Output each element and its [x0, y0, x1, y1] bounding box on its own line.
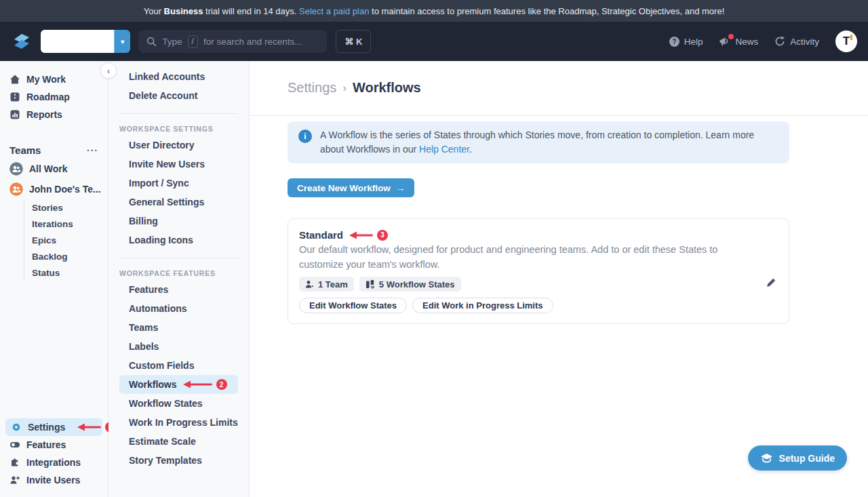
news-label: News	[735, 37, 758, 47]
settings-item-linked-accounts[interactable]: Linked Accounts	[108, 67, 249, 86]
sidebar-item-all-work[interactable]: All Work	[0, 159, 108, 179]
edit-workflow-states-button[interactable]: Edit Workflow States	[299, 298, 407, 313]
settings-item-import-sync[interactable]: Import / Sync	[108, 174, 249, 193]
select-paid-plan-link[interactable]: Select a paid plan	[299, 6, 369, 16]
workflow-description: Our default workflow, designed for produ…	[299, 243, 747, 272]
settings-item-general-settings[interactable]: General Settings	[108, 193, 249, 212]
annotation-number-badge: 2	[216, 379, 227, 390]
divider	[250, 115, 868, 116]
setup-guide-button[interactable]: Setup Guide	[748, 445, 847, 471]
workflow-name[interactable]: Standard	[299, 229, 343, 241]
activity-icon	[774, 36, 785, 47]
sidebar-item-reports[interactable]: Reports	[0, 106, 108, 123]
sidebar-item-features[interactable]: Features	[0, 436, 108, 454]
settings-item-teams[interactable]: Teams	[108, 318, 249, 337]
app-window: Your Business trial will end in 14 days.…	[0, 0, 868, 497]
settings-item-labels[interactable]: Labels	[108, 337, 249, 356]
help-center-link[interactable]: Help Center	[419, 144, 469, 155]
workflow-card-standard: Standard 3 Our default workflow, designe…	[288, 218, 789, 324]
settings-item-estimate-scale[interactable]: Estimate Scale	[108, 432, 249, 451]
workflow-columns-icon	[366, 279, 375, 289]
search-placeholder: for search and recents...	[203, 37, 302, 47]
sidebar-bottom-group: Settings 1 Features	[0, 418, 108, 489]
teams-more-button[interactable]: ···	[87, 145, 98, 156]
edit-wip-limits-button[interactable]: Edit Work in Progress Limits	[412, 298, 553, 313]
sidebar-item-integrations[interactable]: Integrations	[0, 454, 108, 471]
home-icon	[9, 74, 20, 85]
divider	[119, 113, 238, 114]
settings-sidebar: Linked Accounts Delete Account WORKSPACE…	[108, 61, 250, 497]
breadcrumb-settings[interactable]: Settings	[288, 80, 336, 96]
settings-item-user-directory[interactable]: User Directory	[108, 136, 249, 155]
workspace-features-heading: WORKSPACE FEATURES	[108, 266, 249, 280]
news-notification-dot	[728, 34, 734, 39]
slash-key-hint: /	[188, 35, 198, 48]
edit-pencil-icon[interactable]	[766, 277, 776, 288]
sidebar-item-team-john-doe[interactable]: John Doe's Te...	[0, 179, 108, 199]
sidebar-item-stories[interactable]: Stories	[24, 199, 108, 216]
info-text: A Workflow is the series of States throu…	[320, 128, 778, 157]
settings-item-automations[interactable]: Automations	[108, 299, 249, 318]
sidebar-item-roadmap[interactable]: Roadmap	[0, 88, 108, 106]
red-arrow-icon	[349, 231, 374, 240]
workflow-card-actions: Edit Workflow States Edit Work in Progre…	[299, 298, 778, 313]
settings-item-features[interactable]: Features	[108, 280, 249, 299]
main-content: Settings › Workflows i A Workflow is the…	[250, 61, 868, 497]
search-icon	[146, 37, 157, 47]
workflow-states-badge: 5 Workflow States	[359, 277, 461, 292]
banner-text: Your	[144, 6, 164, 16]
team-count-badge: 1 Team	[299, 277, 354, 292]
sidebar-collapse-button[interactable]: ‹	[100, 62, 117, 79]
sidebar-item-backlog[interactable]: Backlog	[24, 248, 108, 264]
sidebar-item-invite-users[interactable]: Invite Users	[0, 471, 108, 489]
sidebar-item-status[interactable]: Status	[24, 264, 108, 281]
settings-item-delete-account[interactable]: Delete Account	[108, 86, 249, 105]
sidebar-item-epics[interactable]: Epics	[24, 232, 108, 248]
search-hint-type: Type	[162, 37, 182, 47]
help-label: Help	[684, 37, 703, 47]
all-work-team-icon	[9, 162, 23, 176]
search-input[interactable]: Type / for search and recents...	[138, 30, 327, 53]
activity-button[interactable]: Activity	[774, 36, 819, 47]
teams-section-header: Teams ···	[0, 142, 108, 159]
create-story-caret[interactable]: ▾	[114, 30, 130, 53]
sidebar-item-settings[interactable]: Settings 1	[5, 418, 102, 436]
red-arrow-icon	[183, 380, 213, 389]
person-plus-icon	[9, 475, 20, 485]
workflow-info-banner: i A Workflow is the series of States thr…	[288, 121, 789, 163]
red-arrow-icon	[77, 422, 102, 432]
arrow-right-icon: →	[396, 183, 406, 193]
settings-item-billing[interactable]: Billing	[108, 212, 249, 231]
create-story-label[interactable]: Create Story	[41, 30, 114, 53]
shortcut-logo-icon[interactable]	[11, 31, 33, 52]
sidebar-item-my-work[interactable]: My Work	[0, 71, 108, 88]
help-button[interactable]: ? Help	[669, 37, 703, 47]
settings-item-loading-icons[interactable]: Loading Icons	[108, 231, 249, 250]
settings-item-workflow-states[interactable]: Workflow States	[108, 394, 249, 413]
puzzle-icon	[9, 457, 20, 468]
road-icon	[9, 92, 20, 102]
settings-item-workflows-active[interactable]: Workflows 2	[119, 375, 238, 394]
settings-item-story-templates[interactable]: Story Templates	[108, 451, 249, 470]
annotation-number-badge: 3	[377, 230, 388, 241]
person-icon	[305, 280, 314, 289]
create-new-workflow-button[interactable]: Create New Workflow →	[288, 178, 414, 197]
activity-label: Activity	[790, 37, 819, 47]
settings-item-custom-fields[interactable]: Custom Fields	[108, 356, 249, 375]
news-button[interactable]: News	[719, 37, 758, 47]
app-body: ‹ My Work Roadmap	[0, 61, 868, 497]
team-sub-nav: Stories Iterations Epics Backlog Status	[24, 199, 108, 281]
cmd-k-shortcut[interactable]: ⌘ K	[336, 30, 371, 53]
trial-banner: Your Business trial will end in 14 days.…	[0, 0, 868, 22]
user-avatar[interactable]: T	[835, 31, 857, 52]
avatar-initial: T	[843, 35, 850, 48]
toggle-icon	[9, 439, 20, 450]
chevron-right-icon: ›	[342, 81, 347, 95]
workspace-settings-heading: WORKSPACE SETTINGS	[108, 122, 249, 136]
settings-item-wip-limits[interactable]: Work In Progress Limits	[108, 413, 249, 432]
settings-item-invite-new-users[interactable]: Invite New Users	[108, 155, 249, 174]
sidebar-item-iterations[interactable]: Iterations	[24, 216, 108, 232]
annotation-3: 3	[349, 230, 388, 241]
create-story-button[interactable]: Create Story ▾	[41, 30, 130, 53]
bar-chart-icon	[9, 109, 20, 120]
